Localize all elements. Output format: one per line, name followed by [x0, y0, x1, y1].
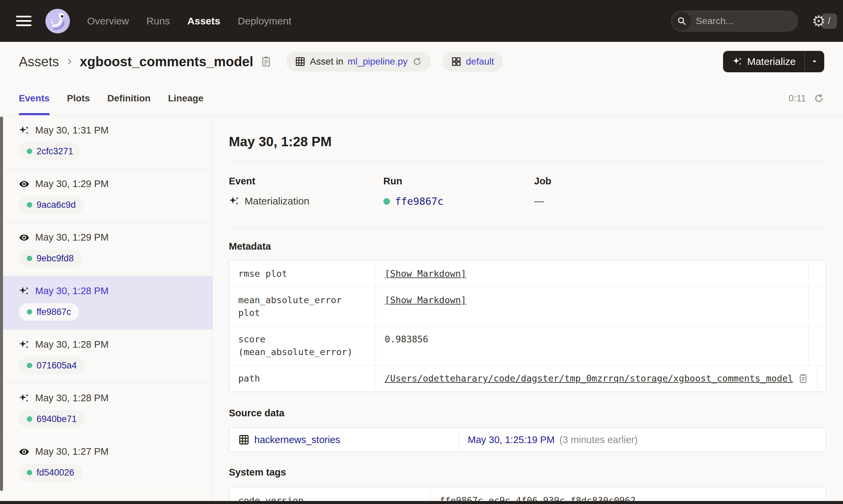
source-data-table: hackernews_stories May 30, 1:25:19 PM (3… — [229, 427, 826, 452]
run-id-link[interactable]: 6940be71 — [36, 414, 77, 424]
dagster-logo[interactable] — [44, 8, 71, 34]
asset-location-prefix: Asset in — [310, 56, 343, 67]
event-timestamp: May 30, 1:28 PM — [35, 286, 108, 296]
event-list-item[interactable]: May 30, 1:28 PM 071605a4 — [0, 330, 212, 383]
asset-title: xgboost_comments_model — [80, 54, 253, 69]
run-status-dot — [27, 202, 32, 208]
top-nav: Overview Runs Assets Deployment / ⚙ — [0, 0, 843, 42]
source-timestamp-link[interactable]: May 30, 1:25:19 PM — [468, 434, 555, 446]
run-pill[interactable]: fd540026 — [19, 464, 82, 481]
event-list-item[interactable]: May 30, 1:27 PM fd540026 — [0, 437, 212, 490]
metadata-key: rmse plot — [229, 261, 376, 287]
materialize-button[interactable]: Materialize — [723, 51, 805, 72]
asset-tabs: Events Plots Definition Lineage 0:11 — [0, 81, 843, 115]
run-id-link[interactable]: 2cfc3271 — [36, 146, 73, 157]
hamburger-menu-icon[interactable] — [16, 16, 32, 26]
caret-down-icon — [810, 57, 819, 66]
run-pill[interactable]: 6940be71 — [19, 410, 85, 428]
nav-item-runs[interactable]: Runs — [147, 15, 170, 27]
event-list-sidebar: May 30, 1:31 PM 2cfc3271 May 30, 1:29 PM… — [0, 115, 213, 504]
table-row: hackernews_stories May 30, 1:25:19 PM (3… — [229, 428, 825, 451]
run-pill[interactable]: 071605a4 — [19, 357, 85, 374]
job-value: — — [534, 195, 544, 207]
observation-eye-icon — [19, 447, 30, 457]
reload-code-icon[interactable] — [412, 57, 422, 67]
event-column-label: Event — [229, 176, 383, 187]
event-list-item[interactable]: May 30, 1:29 PM 9ebc9fd8 — [0, 222, 212, 276]
tab-lineage[interactable]: Lineage — [168, 81, 203, 115]
event-list-item[interactable]: May 30, 1:31 PM 2cfc3271 — [0, 115, 212, 169]
repo-grid-icon — [451, 56, 462, 67]
materialize-dropdown-button[interactable] — [805, 51, 824, 72]
source-asset-link[interactable]: hackernews_stories — [254, 434, 340, 446]
path-link[interactable]: /Users/odetteharary/code/dagster/tmp_0mz… — [385, 372, 793, 385]
window-bottom-edge — [0, 501, 843, 504]
run-pill[interactable]: ffe9867c — [19, 303, 79, 321]
show-markdown-link[interactable]: [Show Markdown] — [385, 267, 466, 280]
source-data-heading: Source data — [229, 408, 826, 419]
source-timestamp-note: (3 minutes earlier) — [560, 434, 638, 446]
primary-nav: Overview Runs Assets Deployment — [87, 15, 292, 27]
run-id-link[interactable]: ffe9867c — [395, 195, 444, 207]
metadata-key: score (mean_absolute_error) — [229, 326, 376, 365]
event-list-item[interactable]: May 30, 1:28 PM 6940be71 — [0, 383, 212, 437]
event-list-item-selected[interactable]: May 30, 1:28 PM ffe9867c — [0, 276, 212, 330]
asset-location-pill[interactable]: Asset in ml_pipeline.py — [286, 52, 431, 72]
run-pill[interactable]: 9aca6c9d — [19, 196, 84, 214]
nav-item-overview[interactable]: Overview — [87, 15, 129, 27]
breadcrumb-chevron-icon — [65, 57, 74, 66]
search-input[interactable] — [691, 16, 822, 26]
copy-asset-name-icon[interactable] — [260, 56, 272, 68]
event-timestamp: May 30, 1:28 PM — [35, 393, 108, 403]
run-status-dot — [27, 363, 32, 368]
run-pill[interactable]: 2cfc3271 — [19, 143, 82, 160]
tab-definition[interactable]: Definition — [107, 81, 151, 115]
search-icon — [672, 12, 691, 31]
table-row: mean_absolute_error plot [Show Markdown] — [229, 287, 825, 326]
asset-table-icon — [238, 434, 250, 446]
event-timestamp: May 30, 1:31 PM — [35, 125, 108, 136]
materialize-split-button: Materialize — [723, 51, 824, 72]
tab-plots[interactable]: Plots — [67, 81, 90, 115]
event-type-value: Materialization — [245, 195, 309, 207]
run-id-link[interactable]: fd540026 — [36, 468, 74, 478]
refresh-countdown: 0:11 — [789, 93, 806, 104]
run-pill[interactable]: 9ebc9fd8 — [19, 250, 82, 267]
breadcrumb-assets-link[interactable]: Assets — [19, 54, 59, 69]
job-column-label: Job — [534, 176, 826, 187]
metadata-heading: Metadata — [229, 241, 826, 252]
nav-item-deployment[interactable]: Deployment — [238, 15, 291, 27]
tab-events[interactable]: Events — [19, 81, 50, 115]
repo-name-link[interactable]: default — [466, 56, 494, 67]
event-list-item[interactable]: May 30, 1:29 PM 9aca6c9d — [0, 169, 212, 222]
asset-location-file-link[interactable]: ml_pipeline.py — [348, 56, 408, 67]
event-timestamp: May 30, 1:29 PM — [35, 232, 108, 243]
refresh-icon[interactable] — [813, 93, 824, 104]
show-markdown-link[interactable]: [Show Markdown] — [385, 294, 466, 307]
asset-table-icon — [295, 56, 306, 67]
materialization-sparkle-icon — [229, 196, 240, 206]
run-id-link[interactable]: ffe9867c — [36, 307, 71, 317]
sidebar-scrollbar[interactable] — [0, 117, 3, 491]
metadata-table: rmse plot [Show Markdown] mean_absolute_… — [229, 260, 826, 392]
nav-item-assets[interactable]: Assets — [187, 15, 220, 27]
run-status-dot — [27, 470, 32, 475]
run-status-dot — [27, 416, 32, 422]
observation-eye-icon — [19, 232, 30, 243]
run-status-dot — [383, 198, 390, 205]
materialization-sparkle-icon — [19, 286, 30, 296]
run-id-link[interactable]: 071605a4 — [36, 360, 77, 371]
event-timestamp: May 30, 1:28 PM — [35, 339, 108, 350]
run-id-link[interactable]: 9ebc9fd8 — [36, 253, 74, 264]
search-box[interactable]: / — [671, 11, 798, 32]
materialization-sparkle-icon — [19, 339, 30, 350]
repo-pill[interactable]: default — [442, 52, 503, 72]
run-id-link[interactable]: 9aca6c9d — [36, 200, 76, 210]
event-timestamp: May 30, 1:29 PM — [35, 178, 108, 190]
settings-gear-icon[interactable]: ⚙ — [812, 13, 826, 29]
copy-path-icon[interactable] — [798, 373, 808, 384]
table-row: score (mean_absolute_error) 0.983856 — [229, 326, 825, 365]
metadata-key: mean_absolute_error plot — [229, 287, 376, 326]
metadata-key: path — [229, 365, 376, 392]
table-row: path /Users/odetteharary/code/dagster/tm… — [229, 365, 825, 392]
